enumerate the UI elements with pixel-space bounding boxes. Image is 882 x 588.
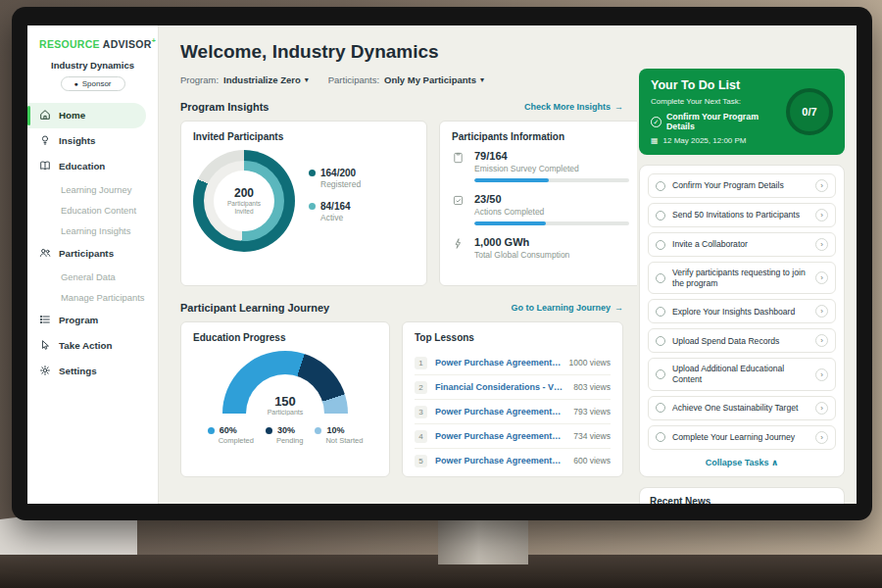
chevron-right-icon[interactable]: › [815,238,828,251]
sidebar-item-learning-insights[interactable]: Learning Insights [27,220,158,241]
lesson-views: 1000 views [568,358,611,368]
legend-value: 60% [220,425,237,435]
legend-dot [315,427,321,434]
check-more-insights-link[interactable]: Check More Insights → [524,102,623,112]
learning-journey-title: Participant Learning Journey [180,302,329,314]
task-row[interactable]: Upload Spend Data Records › [648,328,836,353]
task-row[interactable]: Send 50 Invitations to Participants › [648,203,836,227]
collapse-tasks-link[interactable]: Collapse Tasks ∧ [648,455,836,468]
checkbox-icon[interactable] [656,403,665,413]
todo-progress-ring: 0/7 [786,88,833,135]
gauge-center-value: 150 [222,394,348,409]
lesson-rank: 2 [415,381,427,394]
legend-item-active: 84/164 Active [309,201,361,222]
sidebar-item-home[interactable]: Home [27,103,146,128]
chevron-right-icon[interactable]: › [815,334,828,347]
collapse-label: Collapse Tasks [706,458,769,467]
task-row[interactable]: Explore Your Insights Dashboard › [648,299,836,323]
lesson-views: 600 views [573,456,611,466]
lesson-link[interactable]: Power Purchase Agreements 103 [435,456,565,466]
sidebar-item-learning-journey[interactable]: Learning Journey [27,179,158,200]
sidebar-item-program[interactable]: Program [27,308,158,333]
energy-icon [452,236,466,265]
checkbox-icon[interactable] [656,181,665,191]
arrow-right-icon: → [614,303,623,313]
task-label: Confirm Your Program Details [672,180,808,191]
checkbox-icon[interactable] [656,369,665,379]
invited-donut: 200 Participants Invited [193,150,295,252]
sponsor-badge[interactable]: ● Sponsor [61,76,125,91]
checkbox-icon[interactable] [656,211,665,220]
task-row[interactable]: Achieve One Sustainability Target › [648,396,836,420]
legend-item-completed: 60% Completed [208,425,254,445]
sidebar-item-participants[interactable]: Participants [27,241,158,267]
invited-legend: 164/200 Registered 84/164 Active [309,168,361,234]
participants-select[interactable]: Only My Participants ▾ [384,74,484,85]
lesson-link[interactable]: Power Purchase Agreements 101 [435,358,561,368]
desk-background: RESOURCE ADVISOR+ Industry Dynamics ● Sp… [0,0,882,588]
sidebar-item-take-action[interactable]: Take Action [27,333,158,359]
chevron-right-icon[interactable]: › [815,431,828,444]
legend-label: Active [320,213,361,222]
cursor-icon [39,339,51,353]
lesson-row: 4 Power Purchase Agreements 102 734 view… [415,424,611,449]
chevron-right-icon[interactable]: › [815,179,828,192]
chevron-right-icon[interactable]: › [815,402,828,415]
legend-label: Not Started [325,436,363,445]
legend-dot [266,427,272,434]
info-value: 23/50 [474,193,629,205]
chevron-right-icon[interactable]: › [815,271,828,284]
sidebar-item-education-content[interactable]: Education Content [27,200,158,220]
sidebar: RESOURCE ADVISOR+ Industry Dynamics ● Sp… [27,25,159,504]
recent-news-title: Recent News [650,496,710,504]
go-to-learning-journey-link[interactable]: Go to Learning Journey → [511,303,623,313]
task-label: Complete Your Learning Journey [672,432,808,443]
checkbox-icon[interactable] [656,432,665,442]
info-label: Actions Completed [474,207,629,217]
lesson-row: 3 Power Purchase Agreements 101 793 view… [415,400,611,424]
card-title: Invited Participants [193,131,415,142]
checkbox-icon[interactable] [656,273,665,283]
task-row[interactable]: Complete Your Learning Journey › [648,425,836,450]
chevron-right-icon[interactable]: › [815,305,828,318]
sidebar-item-insights[interactable]: Insights [27,128,158,154]
legend-label: Pending [276,436,304,445]
task-label: Verify participants requesting to join t… [672,268,808,288]
sidebar-item-manage-participants[interactable]: Manage Participants [27,287,158,308]
lesson-link[interactable]: Power Purchase Agreements 102 [435,431,565,441]
lesson-row: 5 Power Purchase Agreements 103 600 view… [415,449,611,472]
lesson-link[interactable]: Power Purchase Agreements 101 [435,407,565,416]
task-row[interactable]: Confirm Your Program Details › [648,173,836,198]
task-row[interactable]: Invite a Collaborator › [648,232,836,257]
lesson-row: 2 Financial Considerations - VPPAs 803 v… [415,375,611,400]
logo-primary: RESOURCE [39,38,100,50]
lesson-link[interactable]: Financial Considerations - VPPAs [435,382,565,392]
sidebar-item-general-data[interactable]: General Data [27,267,158,287]
education-progress-card: Education Progress 150 Participants 60 [180,321,390,477]
todo-task-list: Confirm Your Program Details › Send 50 I… [639,165,845,477]
sidebar-item-education[interactable]: Education [27,154,158,179]
sidebar-item-label: Education [59,161,105,172]
chevron-right-icon[interactable]: › [815,209,828,221]
todo-subtitle: Complete Your Next Task: [651,97,778,106]
todo-next-task: Confirm Your Program Details [666,112,778,131]
todo-panel: Your To Do List Complete Your Next Task:… [637,25,857,504]
checkbox-icon[interactable] [656,307,665,317]
lesson-views: 734 views [573,431,611,441]
sidebar-item-settings[interactable]: Settings [27,359,158,384]
participants-select-value: Only My Participants [384,74,476,85]
program-select[interactable]: Industrialize Zero ▾ [223,74,309,85]
card-title: Top Lessons [415,332,611,343]
lesson-rank: 3 [415,406,427,418]
legend-item-not-started: 10% Not Started [315,425,363,445]
lesson-views: 793 views [573,407,611,416]
chevron-right-icon[interactable]: › [815,368,828,381]
checkbox-icon[interactable] [656,240,665,250]
legend-dot [309,170,316,176]
checkbox-icon[interactable] [656,336,665,346]
task-row[interactable]: Verify participants requesting to join t… [648,262,836,294]
lesson-rank: 1 [415,357,427,369]
task-row[interactable]: Upload Additional Educational Content › [648,358,836,390]
chevron-down-icon: ▾ [480,75,484,84]
task-label: Upload Additional Educational Content [672,364,808,384]
